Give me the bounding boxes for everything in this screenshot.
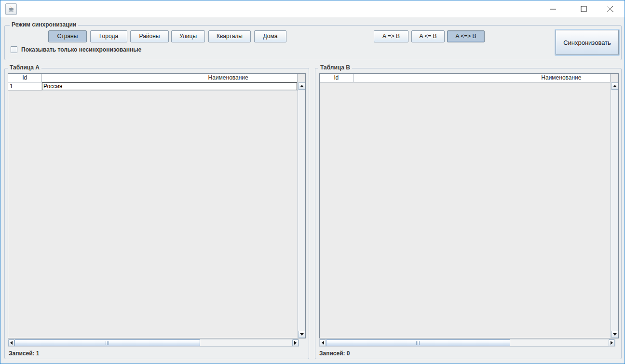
table-b-horizontal-scrollbar[interactable] <box>319 339 615 347</box>
scroll-right-button[interactable] <box>292 339 299 346</box>
h-scroll-thumb[interactable] <box>326 339 510 346</box>
java-icon <box>7 5 15 14</box>
scroll-left-icon <box>322 341 324 345</box>
table-b-title: Таблица B <box>318 64 352 71</box>
table-a-horizontal-scrollbar[interactable] <box>8 339 299 347</box>
scroll-right-icon <box>611 341 613 345</box>
toggle-cities[interactable]: Города <box>90 30 127 42</box>
close-icon <box>607 5 614 13</box>
maximize-icon <box>580 5 587 13</box>
table-a-title: Таблица A <box>8 64 41 71</box>
thumb-grip-icon <box>416 341 420 345</box>
toggle-countries[interactable]: Страны <box>48 30 87 42</box>
sync-mode-group-title: Режим синхронизации <box>10 21 78 28</box>
scroll-down-icon <box>300 333 304 336</box>
scroll-right-icon <box>294 341 297 345</box>
toggle-blocks[interactable]: Кварталы <box>208 30 251 42</box>
filter-unsynced-row: Показывать только несинхронизованные <box>11 46 141 54</box>
table-row[interactable]: 1 Россия <box>8 82 298 91</box>
column-header-id[interactable]: id <box>8 74 42 82</box>
scroll-up-button[interactable] <box>298 82 305 90</box>
column-header-name[interactable]: Наименование <box>42 74 298 82</box>
column-header-id[interactable]: id <box>320 74 353 82</box>
table-a-record-count: Записей: 1 <box>9 350 40 357</box>
minimize-icon <box>549 5 557 13</box>
table-a-header: id Наименование <box>8 74 298 82</box>
maximize-button[interactable] <box>572 0 595 17</box>
table-b-record-count: Записей: 0 <box>319 350 350 357</box>
scroll-up-icon <box>613 85 617 87</box>
toggle-streets[interactable]: Улицы <box>171 30 205 42</box>
close-button[interactable] <box>599 0 621 17</box>
cell-name[interactable]: Россия <box>42 82 298 91</box>
table-a-vertical-scrollbar[interactable] <box>298 82 305 338</box>
table-b: id Наименование <box>319 73 619 338</box>
toggle-districts[interactable]: Районы <box>130 30 169 42</box>
table-b-vertical-scrollbar[interactable] <box>611 82 618 338</box>
toggle-houses[interactable]: Дома <box>254 30 286 42</box>
h-scroll-thumb[interactable] <box>14 339 200 346</box>
scroll-left-button[interactable] <box>320 339 326 346</box>
scroll-down-icon <box>613 333 617 336</box>
filter-unsynced-label: Показывать только несинхронизованные <box>21 46 141 53</box>
filter-unsynced-checkbox[interactable] <box>11 46 17 53</box>
scroll-down-button[interactable] <box>611 331 618 338</box>
cell-id[interactable]: 1 <box>8 82 42 91</box>
scroll-right-button[interactable] <box>609 339 615 346</box>
scroll-left-button[interactable] <box>8 339 14 346</box>
scroll-down-button[interactable] <box>298 331 305 338</box>
minimize-button[interactable] <box>542 0 564 17</box>
scroll-up-button[interactable] <box>611 82 618 90</box>
table-b-group: Таблица B id Наименование Записей: 0 <box>315 68 622 359</box>
column-header-name[interactable]: Наименование <box>353 74 611 82</box>
synchronize-button[interactable]: Синхронизовать <box>556 30 619 55</box>
scroll-up-icon <box>300 85 304 87</box>
direction-b-to-a[interactable]: A <= B <box>411 30 445 42</box>
app-menu-button[interactable] <box>5 3 17 15</box>
application-window: Режим синхронизации Страны Города Районы… <box>0 0 625 364</box>
direction-a-to-b[interactable]: A => B <box>374 30 408 42</box>
table-a-group: Таблица A id Наименование 1 Россия Запис <box>4 68 309 359</box>
direction-both[interactable]: A <=> B <box>447 30 485 42</box>
table-b-header: id Наименование <box>320 74 611 82</box>
table-a: id Наименование 1 Россия <box>8 73 306 338</box>
scroll-left-icon <box>10 341 13 345</box>
sync-mode-group: Режим синхронизации Страны Города Районы… <box>4 25 622 60</box>
thumb-grip-icon <box>106 341 109 345</box>
titlebar[interactable] <box>0 0 625 17</box>
